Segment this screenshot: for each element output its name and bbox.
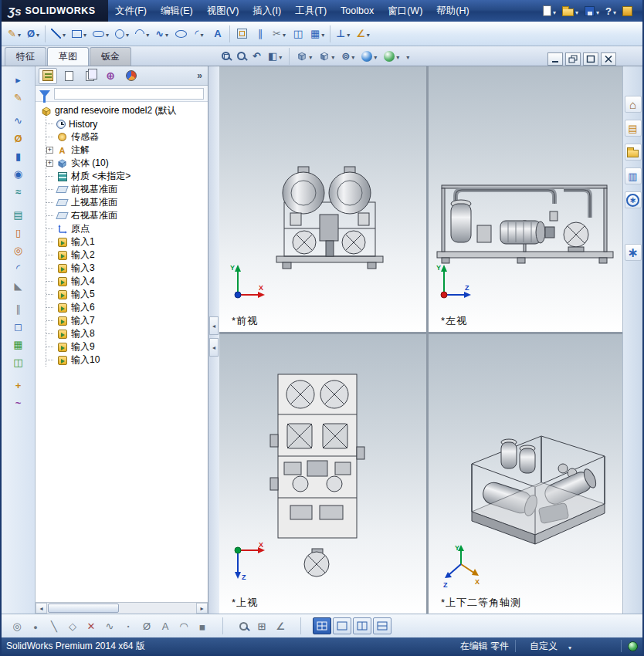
toggle-selection-filters-button[interactable] xyxy=(8,617,25,634)
dropdown-caret[interactable] xyxy=(201,29,204,39)
convert-entities-button[interactable] xyxy=(232,24,251,44)
dropdown-caret[interactable] xyxy=(347,29,350,39)
filter-midpoints-button[interactable] xyxy=(120,617,137,634)
panel-tab-overflow[interactable]: » xyxy=(197,70,205,81)
apply-scene-button[interactable] xyxy=(381,49,402,63)
menu-view[interactable]: 视图(V) xyxy=(200,0,246,22)
dropdown-caret[interactable] xyxy=(568,641,571,651)
view-settings-button[interactable] xyxy=(404,49,412,63)
rib-button[interactable] xyxy=(7,300,30,318)
previous-view-button[interactable] xyxy=(250,49,263,63)
tab-features[interactable]: 特征 xyxy=(5,47,46,66)
expand-toggle[interactable] xyxy=(46,147,53,154)
tab-propertymanager[interactable] xyxy=(59,68,78,84)
appearances-button[interactable] xyxy=(625,191,642,208)
display-delete-relations-button[interactable] xyxy=(333,24,353,44)
dropdown-caret[interactable] xyxy=(283,29,286,39)
tree-item-import5[interactable]: 输入5 xyxy=(46,288,208,301)
dropdown-caret[interactable] xyxy=(106,29,109,39)
new-document-button[interactable] xyxy=(541,4,558,18)
filter-sketch-segments-button[interactable] xyxy=(101,617,118,634)
help-button[interactable] xyxy=(603,5,619,18)
spline-button[interactable] xyxy=(152,24,171,44)
viewport-front[interactable]: Y X *前视 xyxy=(219,66,426,332)
smart-dimension-button[interactable] xyxy=(24,24,42,44)
zoom-to-fit-button[interactable] xyxy=(219,50,232,62)
scrollbar-thumb[interactable] xyxy=(48,604,119,613)
grid-settings-button[interactable] xyxy=(253,617,270,634)
dropdown-caret[interactable] xyxy=(165,29,168,39)
3d-sketch-button[interactable] xyxy=(7,112,30,130)
linear-sketch-pattern-button[interactable] xyxy=(307,24,327,44)
tree-item-import6[interactable]: 输入6 xyxy=(46,301,208,314)
menu-toolbox[interactable]: Toolbox xyxy=(334,0,381,22)
mirror-feature-button[interactable] xyxy=(7,353,30,371)
smart-dimension-tool-button[interactable] xyxy=(7,130,30,147)
clear-all-filters-button[interactable] xyxy=(83,617,100,634)
tree-item-material[interactable]: 材质 <未指定> xyxy=(46,170,208,183)
filter-surface-bodies-button[interactable] xyxy=(175,617,192,634)
tree-root[interactable]: grand resevoire model2 (默认 xyxy=(39,104,208,117)
dropdown-caret[interactable] xyxy=(36,29,39,39)
menu-window[interactable]: 窗口(W) xyxy=(381,0,429,22)
sketch-text-button[interactable] xyxy=(208,24,227,44)
dropdown-caret[interactable] xyxy=(321,29,324,39)
dropdown-caret[interactable] xyxy=(613,6,616,16)
chamfer-button[interactable] xyxy=(7,277,30,295)
dropdown-caret[interactable] xyxy=(309,51,312,61)
tree-item-import3[interactable]: 输入3 xyxy=(46,262,208,275)
hide-show-items-button[interactable] xyxy=(339,49,357,63)
minimize-window-button[interactable] xyxy=(547,52,563,66)
tab-dimxpertmanager[interactable] xyxy=(101,68,120,84)
tree-filter-input[interactable] xyxy=(54,88,204,100)
dropdown-caret[interactable] xyxy=(63,29,66,39)
dropdown-caret[interactable] xyxy=(596,6,599,16)
tree-item-import2[interactable]: 输入2 xyxy=(46,249,208,262)
circle-button[interactable] xyxy=(112,24,132,44)
collapse-panel-arrow[interactable]: ◂ xyxy=(209,316,219,335)
dropdown-caret[interactable] xyxy=(331,51,334,61)
menu-file[interactable]: 文件(F) xyxy=(108,0,154,22)
panel-horizontal-scrollbar[interactable]: ◂ ▸ xyxy=(36,602,208,614)
tree-item-import10[interactable]: 输入10 xyxy=(46,353,208,367)
offset-entities-button[interactable] xyxy=(251,24,269,44)
viewport-top[interactable]: X Z *上视 xyxy=(219,334,426,614)
tree-item-import1[interactable]: 输入1 xyxy=(46,235,208,249)
scroll-left-arrow[interactable]: ◂ xyxy=(36,603,47,614)
tree-item-annotations[interactable]: 注解 xyxy=(46,144,208,157)
filter-faces-button[interactable] xyxy=(64,617,81,634)
reference-geometry-button[interactable] xyxy=(7,377,30,394)
design-library-button[interactable] xyxy=(625,120,642,137)
file-explorer-button[interactable] xyxy=(625,144,642,161)
snap-settings-button[interactable] xyxy=(272,617,289,634)
perimeter-circle-button[interactable] xyxy=(132,24,152,44)
custom-dropdown[interactable]: 自定义 xyxy=(522,639,615,654)
tree-item-solid-bodies[interactable]: 实体 (10) xyxy=(46,157,208,170)
mirror-entities-button[interactable] xyxy=(289,24,307,44)
tab-configurationmanager[interactable] xyxy=(80,68,99,84)
tab-sketch[interactable]: 草图 xyxy=(47,47,89,66)
open-button[interactable] xyxy=(560,4,581,18)
dropdown-caret[interactable] xyxy=(146,29,149,39)
expand-toggle[interactable] xyxy=(46,160,53,167)
line-button[interactable] xyxy=(48,24,69,44)
tree-item-sensors[interactable]: 传感器 xyxy=(46,130,208,144)
tab-featuremanager-tree[interactable] xyxy=(39,68,57,84)
menu-edit[interactable]: 编辑(E) xyxy=(154,0,200,22)
tree-item-origin[interactable]: 原点 xyxy=(46,222,208,235)
view-orientation-button[interactable] xyxy=(294,49,314,63)
dropdown-caret[interactable] xyxy=(83,29,86,39)
tab-sheet-metal[interactable]: 钣金 xyxy=(90,47,131,66)
display-style-button[interactable] xyxy=(317,49,337,63)
scroll-right-arrow[interactable]: ▸ xyxy=(196,603,208,614)
dropdown-caret[interactable] xyxy=(575,6,578,16)
sketch-button[interactable] xyxy=(5,24,24,44)
four-view-button[interactable] xyxy=(313,617,331,634)
tree-item-history[interactable]: History xyxy=(46,117,208,130)
extruded-boss-button[interactable] xyxy=(7,147,30,165)
dropdown-caret[interactable] xyxy=(374,51,377,61)
tree-item-import4[interactable]: 输入4 xyxy=(46,275,208,288)
fillet-button[interactable] xyxy=(7,259,30,277)
revolved-boss-button[interactable] xyxy=(7,165,30,183)
extruded-cut-button[interactable] xyxy=(7,224,30,242)
